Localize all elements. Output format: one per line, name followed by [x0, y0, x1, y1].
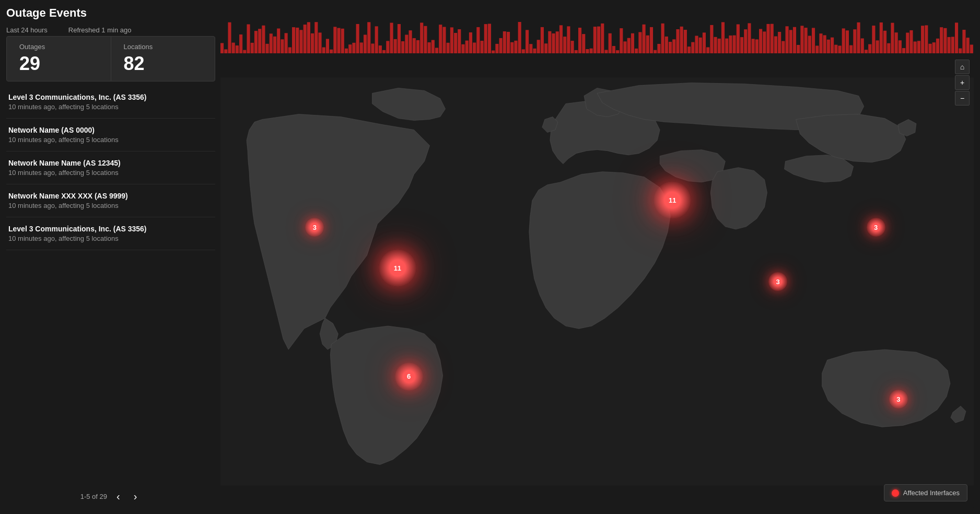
svg-rect-2 [228, 22, 231, 53]
svg-rect-154 [800, 26, 803, 53]
svg-rect-189 [932, 42, 936, 53]
clusters-overlay: 311611333 [220, 55, 974, 508]
list-item[interactable]: Network Name Name (AS 12345) 10 minutes … [6, 151, 215, 184]
svg-rect-42 [379, 45, 382, 53]
svg-rect-62 [454, 33, 457, 53]
outage-meta: 10 minutes ago, affecting 5 locations [8, 169, 213, 177]
svg-rect-21 [299, 30, 302, 53]
cluster-us-west[interactable]: 3 [305, 218, 324, 237]
svg-rect-56 [431, 40, 435, 53]
svg-rect-181 [902, 48, 905, 53]
svg-rect-72 [492, 51, 495, 53]
svg-rect-171 [865, 50, 868, 53]
svg-rect-191 [940, 27, 943, 53]
svg-rect-34 [348, 44, 352, 53]
outage-meta: 10 minutes ago, affecting 5 locations [8, 202, 213, 209]
svg-rect-127 [699, 38, 702, 53]
svg-rect-52 [416, 40, 419, 53]
svg-rect-117 [661, 24, 664, 53]
svg-rect-96 [582, 34, 585, 53]
map-home-button[interactable]: ⌂ [955, 60, 970, 74]
list-item[interactable]: Network Name (AS 0000) 10 minutes ago, a… [6, 119, 215, 151]
svg-rect-39 [367, 22, 370, 53]
svg-rect-188 [928, 44, 931, 53]
svg-rect-22 [304, 25, 307, 53]
map-zoom-out-button[interactable]: − [955, 91, 970, 106]
svg-rect-35 [352, 43, 355, 53]
svg-rect-173 [872, 26, 875, 53]
svg-rect-195 [955, 22, 958, 53]
svg-rect-64 [461, 44, 464, 53]
svg-rect-91 [563, 37, 566, 53]
svg-rect-135 [729, 36, 732, 53]
svg-rect-15 [277, 29, 280, 53]
svg-rect-120 [672, 39, 675, 53]
svg-rect-23 [307, 22, 310, 53]
svg-rect-192 [943, 28, 947, 53]
svg-rect-94 [575, 50, 578, 53]
svg-rect-115 [654, 50, 657, 53]
svg-rect-0 [220, 43, 224, 53]
svg-rect-49 [405, 35, 408, 53]
svg-rect-143 [759, 29, 762, 53]
svg-rect-10 [258, 29, 261, 53]
svg-rect-101 [601, 24, 604, 53]
stats-meta: Last 24 hours Refreshed 1 min ago [6, 26, 215, 34]
timeline-container: 18:0020:0022:00May 2102:0004:0006:0008:0… [220, 6, 974, 53]
svg-rect-162 [831, 38, 834, 53]
outage-name: Network Name (AS 0000) [8, 126, 213, 134]
svg-rect-28 [326, 39, 329, 53]
svg-rect-103 [609, 33, 612, 53]
cluster-east-asia[interactable]: 3 [867, 218, 885, 237]
svg-rect-6 [243, 50, 246, 53]
svg-rect-111 [638, 32, 641, 53]
cluster-south-america[interactable]: 6 [395, 363, 423, 391]
outage-list: Level 3 Communications, Inc. (AS 3356) 1… [6, 86, 215, 481]
map-zoom-in-button[interactable]: + [955, 75, 970, 90]
svg-rect-166 [846, 30, 849, 53]
list-item[interactable]: Network Name XXX XXX (AS 9999) 10 minute… [6, 184, 215, 217]
svg-rect-41 [375, 26, 378, 53]
prev-page-button[interactable]: ‹ [112, 489, 124, 504]
svg-rect-128 [703, 32, 706, 53]
svg-rect-134 [725, 39, 728, 53]
svg-rect-74 [499, 38, 503, 53]
svg-rect-118 [665, 37, 668, 53]
svg-rect-150 [786, 26, 789, 53]
svg-rect-95 [578, 28, 581, 53]
svg-rect-185 [917, 41, 920, 53]
svg-rect-130 [710, 25, 713, 53]
svg-rect-36 [356, 24, 359, 53]
refresh-label: Refreshed 1 min ago [68, 26, 132, 34]
svg-rect-140 [748, 23, 751, 53]
cluster-us-east[interactable]: 11 [379, 249, 416, 287]
list-item[interactable]: Level 3 Communications, Inc. (AS 3356) 1… [6, 86, 215, 119]
svg-rect-168 [853, 29, 856, 53]
svg-rect-84 [537, 40, 540, 53]
svg-rect-93 [571, 41, 574, 53]
svg-rect-89 [556, 31, 559, 53]
svg-rect-146 [771, 24, 774, 53]
svg-rect-30 [333, 27, 336, 53]
svg-rect-158 [815, 45, 819, 53]
svg-rect-4 [236, 45, 239, 53]
svg-rect-55 [428, 42, 431, 53]
cluster-australia[interactable]: 3 [889, 390, 908, 408]
svg-rect-197 [962, 30, 965, 53]
svg-rect-131 [714, 37, 717, 53]
svg-rect-46 [394, 39, 397, 53]
outage-name: Level 3 Communications, Inc. (AS 3356) [8, 93, 213, 101]
outage-name: Network Name Name (AS 12345) [8, 159, 213, 167]
svg-rect-125 [691, 42, 694, 53]
svg-rect-151 [789, 30, 792, 53]
outage-meta: 10 minutes ago, affecting 5 locations [8, 103, 213, 111]
list-item[interactable]: Level 3 Communications, Inc. (AS 3356) 1… [6, 217, 215, 250]
cluster-europe-west[interactable]: 11 [654, 181, 691, 219]
svg-rect-51 [413, 38, 416, 53]
svg-rect-79 [518, 22, 521, 53]
svg-rect-44 [386, 41, 389, 53]
svg-rect-70 [484, 24, 487, 53]
next-page-button[interactable]: › [130, 489, 142, 504]
svg-rect-107 [623, 41, 626, 53]
cluster-india[interactable]: 3 [768, 272, 787, 291]
